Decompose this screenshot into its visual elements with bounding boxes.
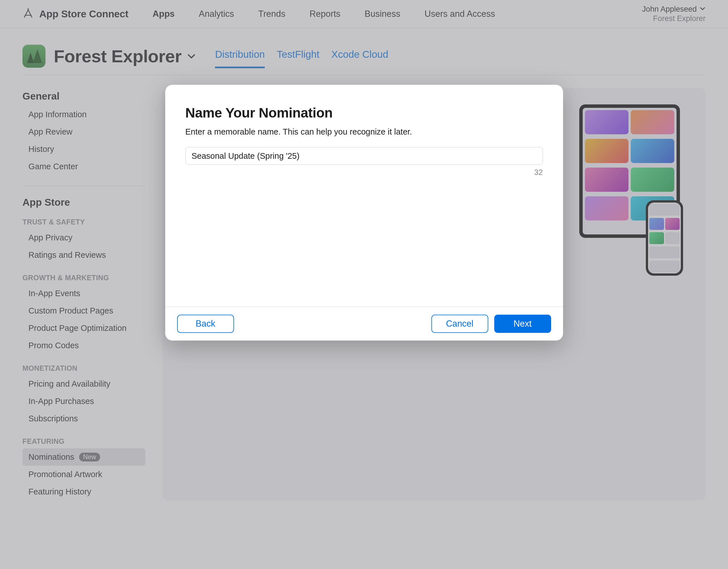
next-button[interactable]: Next — [494, 315, 551, 333]
cancel-button[interactable]: Cancel — [431, 315, 488, 333]
nomination-name-input[interactable] — [185, 147, 543, 165]
modal-footer: Back Cancel Next — [165, 307, 563, 341]
nomination-name-modal: Name Your Nomination Enter a memorable n… — [165, 85, 563, 341]
modal-title: Name Your Nomination — [185, 105, 543, 121]
modal-overlay: Name Your Nomination Enter a memorable n… — [0, 0, 728, 569]
char-counter: 32 — [185, 168, 543, 177]
back-button[interactable]: Back — [177, 315, 234, 333]
modal-description: Enter a memorable name. This can help yo… — [185, 127, 543, 136]
